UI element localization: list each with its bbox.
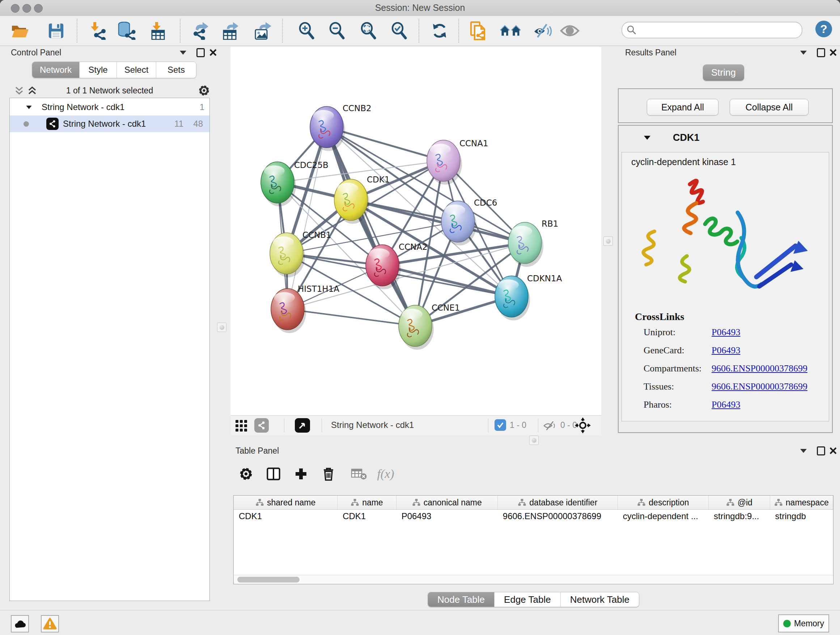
section-collapse-icon[interactable] [644,136,651,140]
table-cell[interactable]: stringdb:9... [709,509,770,524]
zoom-selected-button[interactable] [388,20,409,41]
function-builder-button[interactable]: f(x) [374,463,397,485]
crosslink-link[interactable]: 9606.ENSP00000378699 [712,381,807,392]
column-header-database-identifier[interactable]: database identifier [498,496,618,509]
table-cell[interactable]: P06493 [396,509,498,524]
network-collection-row[interactable]: String Network - cdk1 1 [10,99,210,116]
network-node-CCNB2[interactable] [310,106,345,151]
crosslink-link[interactable]: P06493 [712,345,740,356]
panel-close-icon[interactable] [829,447,837,455]
horizontal-scrollbar[interactable] [234,575,833,584]
import-table-from-file-button[interactable] [147,20,168,41]
panel-menu-icon[interactable] [800,449,807,453]
network-node-CDC6[interactable] [441,201,477,245]
database-icon [117,22,136,40]
hide-selected-button[interactable] [532,20,553,41]
splitter-handle[interactable] [217,323,226,332]
show-all-button[interactable] [559,20,580,41]
import-network-from-file-button[interactable] [87,20,108,41]
export-image-button[interactable] [252,20,273,41]
network-node-CCNB1[interactable] [270,233,305,277]
column-header-shared-name[interactable]: shared name [234,496,338,509]
open-session-button[interactable] [9,20,30,41]
tab-string[interactable]: String [703,65,744,81]
column-header-canonical-name[interactable]: canonical name [396,496,498,509]
zoom-fit-button[interactable] [358,20,379,41]
table-toolbar: f(x) [231,461,836,487]
zoom-in-button[interactable] [296,20,317,41]
export-network-button[interactable] [189,20,210,41]
tab-edge-table[interactable]: Edge Table [494,592,561,607]
clone-network-button[interactable] [469,20,490,41]
delete-table-icon [351,468,367,480]
table-cell[interactable]: 9606.ENSP00000378699 [498,509,618,524]
memory-button[interactable]: Memory [778,614,829,632]
expand-all-button[interactable]: Expand All [647,99,718,116]
panel-close-icon[interactable] [829,49,837,57]
houses-button[interactable] [500,20,521,41]
string-view-icon[interactable] [254,418,269,432]
protein-section-header[interactable]: CDK1 [619,126,832,152]
tab-network[interactable]: Network [32,62,80,78]
zoom-out-button[interactable] [326,20,347,41]
network-node-CDKN1A[interactable] [495,276,530,320]
delete-table-button[interactable] [347,463,370,485]
help-button[interactable]: ? [815,21,832,37]
create-column-button[interactable] [290,463,312,485]
table-settings-button[interactable] [235,463,257,485]
collapse-all-button[interactable]: Collapse All [729,99,808,116]
table-row[interactable]: CDK1CDK1P064939606.ENSP00000378699cyclin… [234,509,833,524]
crosslink-link[interactable]: P06493 [712,327,740,338]
network-node-CCNA2[interactable] [366,245,401,289]
show-columns-button[interactable] [262,463,285,485]
gear-icon[interactable] [198,85,210,96]
network-node-CDK1[interactable] [334,179,369,224]
column-header-namespace[interactable]: namespace [770,496,833,509]
delete-column-button[interactable] [317,463,340,485]
grid-view-icon[interactable] [235,420,248,432]
crosslink-link[interactable]: 9606.ENSP00000378699 [712,363,807,374]
column-header-name[interactable]: name [338,496,396,509]
splitter-handle[interactable] [603,236,613,246]
tab-network-table[interactable]: Network Table [561,592,639,607]
tree-expand-icon[interactable] [26,105,32,109]
selected-checkbox-icon[interactable] [494,419,506,431]
panel-float-icon[interactable] [817,48,825,57]
refresh-view-button[interactable] [429,20,450,41]
network-graph[interactable]: CCNB2CCNA1CDC25BCDK1CDC6RB1CCNB1CCNA2CDK… [231,47,601,416]
panel-menu-icon[interactable] [180,51,186,55]
table-cell[interactable]: stringdb [770,509,833,524]
column-header-description[interactable]: description [618,496,709,509]
scrollbar-thumb[interactable] [237,577,300,583]
column-header--id[interactable]: @id [709,496,770,509]
tab-style[interactable]: Style [80,62,117,78]
warnings-button[interactable] [41,615,59,632]
search-input[interactable] [639,23,798,36]
table-cell[interactable]: cyclin-dependent ... [618,509,709,524]
panel-float-icon[interactable] [817,447,825,455]
tab-node-table[interactable]: Node Table [428,592,494,607]
network-node-CCNA1[interactable] [427,140,462,185]
window-title: Session: New Session [0,3,840,13]
network-node-RB1[interactable] [508,222,543,267]
table-cell[interactable]: CDK1 [338,509,396,524]
network-node-CCNE1[interactable] [399,305,434,350]
import-network-from-database-button[interactable] [116,20,137,41]
network-canvas[interactable]: CCNB2CCNA1CDC25BCDK1CDC6RB1CCNB1CCNA2CDK… [231,47,601,435]
crosslink-link[interactable]: P06493 [712,399,740,410]
results-actions-box: Expand All Collapse All [618,88,833,123]
network-row-selected[interactable]: String Network - cdk1 11 48 [10,116,210,132]
table-cell[interactable]: CDK1 [234,509,338,524]
panel-float-icon[interactable] [196,48,205,57]
birds-eye-view-icon[interactable] [295,418,310,432]
network-list-header: 1 of 1 Network selected [4,84,215,98]
save-session-button[interactable] [46,20,66,41]
panel-menu-icon[interactable] [800,51,807,55]
tab-sets[interactable]: Sets [156,62,196,78]
tab-select[interactable]: Select [117,62,156,78]
network-node-HIST1H1A[interactable] [271,288,306,333]
fit-selected-icon[interactable] [575,417,591,433]
export-table-button[interactable] [220,20,241,41]
cloud-button[interactable] [11,615,29,632]
panel-close-icon[interactable] [209,49,217,57]
